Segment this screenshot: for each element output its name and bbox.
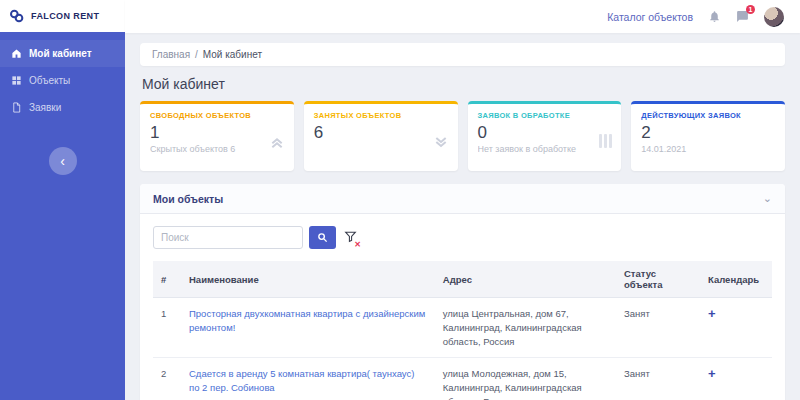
brand-logo[interactable]: FALCON RENT bbox=[0, 0, 125, 32]
sidebar-item-label: Объекты bbox=[29, 75, 70, 86]
messages-button[interactable]: 1 bbox=[736, 10, 749, 23]
object-name-link[interactable]: Просторная двухкомнатная квартира с диза… bbox=[189, 308, 425, 333]
calendar-add-button[interactable]: + bbox=[708, 366, 716, 381]
sidebar-item-label: Мой кабинет bbox=[29, 48, 92, 59]
bars-icon bbox=[599, 134, 612, 148]
chevrons-up-icon bbox=[269, 134, 285, 154]
sidebar-item-requests[interactable]: Заявки bbox=[0, 94, 125, 121]
stat-subtitle: Скрытых объектов 6 bbox=[150, 144, 284, 154]
object-status: Занят bbox=[616, 358, 700, 400]
breadcrumb-home[interactable]: Главная bbox=[152, 49, 190, 60]
table-header-row: # Наименование Адрес Статус объекта Кале… bbox=[153, 261, 772, 298]
panel-body: ✕ # Наименование Адрес Статус объекта Ка… bbox=[140, 214, 785, 400]
stat-subtitle: 14.01.2021 bbox=[641, 144, 775, 154]
stat-card-free-objects[interactable]: СВОБОДНЫХ ОБЪЕКТОВ 1 Скрытых объектов 6 bbox=[140, 101, 294, 171]
row-number: 2 bbox=[153, 358, 181, 400]
search-button[interactable] bbox=[309, 226, 336, 249]
stat-card-active-requests[interactable]: ДЕЙСТВУЮЩИХ ЗАЯВОК 2 14.01.2021 bbox=[631, 101, 785, 171]
stat-label: ДЕЙСТВУЮЩИХ ЗАЯВОК bbox=[641, 111, 775, 120]
sidebar-item-objects[interactable]: Объекты bbox=[0, 67, 125, 94]
stat-value: 1 bbox=[150, 123, 284, 143]
panel-collapse-chevron-icon[interactable]: ⌄ bbox=[763, 192, 772, 205]
search-row: ✕ bbox=[153, 226, 772, 249]
object-status: Занят bbox=[616, 298, 700, 358]
stat-label: ЗАНЯТЫХ ОБЪЕКТОВ bbox=[314, 111, 448, 120]
column-status: Статус объекта bbox=[616, 261, 700, 298]
sidebar-item-label: Заявки bbox=[29, 102, 61, 113]
search-icon bbox=[317, 232, 328, 243]
app-window: FALCON RENT Мой кабинет Объекты Заявки ‹… bbox=[0, 0, 800, 400]
sidebar-item-my-cabinet[interactable]: Мой кабинет bbox=[0, 40, 125, 67]
falcon-rent-logo-icon bbox=[9, 8, 25, 24]
filter-x-mark: ✕ bbox=[354, 240, 361, 249]
object-name-link[interactable]: Сдается в аренду 5 комнатная квартира( т… bbox=[189, 368, 414, 393]
column-address: Адрес bbox=[435, 261, 616, 298]
column-number: # bbox=[153, 261, 181, 298]
sidebar: FALCON RENT Мой кабинет Объекты Заявки ‹ bbox=[0, 0, 125, 400]
object-address: улица Центральная, дом 67, Калининград, … bbox=[435, 298, 616, 358]
table-row: 2 Сдается в аренду 5 комнатная квартира(… bbox=[153, 358, 772, 400]
page-title: Мой кабинет bbox=[142, 76, 783, 92]
clear-filter-button[interactable]: ✕ bbox=[344, 229, 357, 247]
home-icon bbox=[11, 48, 22, 59]
panel-title: Мои объекты bbox=[153, 193, 223, 205]
objects-table: # Наименование Адрес Статус объекта Кале… bbox=[153, 261, 772, 400]
user-avatar[interactable] bbox=[764, 7, 784, 27]
messages-badge: 1 bbox=[746, 5, 755, 14]
table-row: 1 Просторная двухкомнатная квартира с ди… bbox=[153, 298, 772, 358]
main-area: Каталог объектов 1 Главная / Мой кабинет… bbox=[125, 0, 800, 400]
stat-subtitle: Нет заявок в обработке bbox=[478, 144, 612, 154]
requests-icon bbox=[11, 102, 22, 113]
brand-name: FALCON RENT bbox=[31, 11, 99, 21]
calendar-add-button[interactable]: + bbox=[708, 306, 716, 321]
stat-cards: СВОБОДНЫХ ОБЪЕКТОВ 1 Скрытых объектов 6 … bbox=[140, 101, 785, 171]
panel-header: Мои объекты ⌄ bbox=[140, 184, 785, 214]
breadcrumb-separator: / bbox=[195, 49, 198, 60]
page-content: Главная / Мой кабинет Мой кабинет СВОБОД… bbox=[125, 33, 800, 400]
stat-value: 6 bbox=[314, 123, 448, 143]
bell-icon bbox=[708, 10, 721, 23]
sidebar-menu: Мой кабинет Объекты Заявки bbox=[0, 40, 125, 121]
stat-value: 2 bbox=[641, 123, 775, 143]
stat-label: ЗАЯВОК В ОБРАБОТКЕ bbox=[478, 111, 612, 120]
breadcrumb: Главная / Мой кабинет bbox=[140, 43, 785, 66]
catalog-link[interactable]: Каталог объектов bbox=[607, 11, 693, 23]
column-name: Наименование bbox=[181, 261, 435, 298]
breadcrumb-current: Мой кабинет bbox=[203, 49, 262, 60]
my-objects-panel: Мои объекты ⌄ ✕ bbox=[140, 184, 785, 400]
stat-label: СВОБОДНЫХ ОБЪЕКТОВ bbox=[150, 111, 284, 120]
stat-card-occupied-objects[interactable]: ЗАНЯТЫХ ОБЪЕКТОВ 6 bbox=[304, 101, 458, 171]
object-address: улица Молодежная, дом 15, Калининград, К… bbox=[435, 358, 616, 400]
column-calendar: Календарь bbox=[700, 261, 772, 298]
sidebar-collapse-button[interactable]: ‹ bbox=[49, 147, 77, 175]
search-input[interactable] bbox=[153, 226, 303, 249]
objects-icon bbox=[11, 75, 22, 86]
topbar: Каталог объектов 1 bbox=[125, 0, 800, 33]
stat-value: 0 bbox=[478, 123, 612, 143]
notifications-button[interactable] bbox=[708, 10, 721, 23]
row-number: 1 bbox=[153, 298, 181, 358]
chevrons-down-icon bbox=[433, 134, 449, 154]
stat-card-requests-processing[interactable]: ЗАЯВОК В ОБРАБОТКЕ 0 Нет заявок в обрабо… bbox=[468, 101, 622, 171]
